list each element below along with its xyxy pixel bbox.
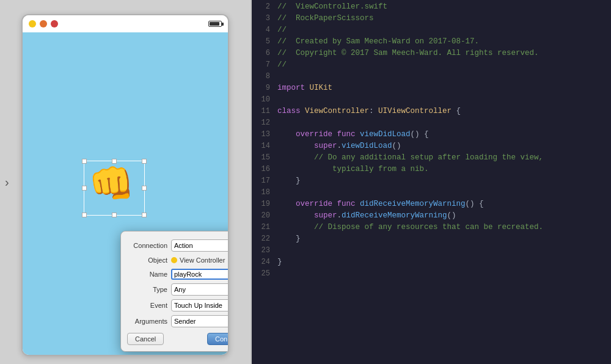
type-select[interactable]: Any ⌄: [171, 283, 229, 296]
code-line-4: //: [277, 24, 611, 36]
object-value: View Controller: [180, 257, 225, 264]
handle-tr[interactable]: [142, 159, 147, 164]
code-line-23: [277, 245, 611, 257]
dot-red: [51, 20, 58, 27]
code-line-22: }: [277, 233, 611, 245]
phone-status-bar: [23, 15, 228, 32]
handle-mr[interactable]: [142, 186, 147, 191]
phone-content: 👊 Connection Action ⌄ Object View Contro…: [23, 32, 228, 355]
code-line-16: typically from a nib.: [277, 164, 611, 175]
handle-br[interactable]: [142, 213, 147, 217]
type-row: Type Any ⌄: [121, 282, 229, 297]
arguments-label: Arguments: [127, 318, 171, 325]
dialog-buttons: Cancel Connect: [121, 329, 229, 346]
dot-yellow: [29, 20, 36, 27]
connection-label: Connection: [127, 242, 171, 249]
arguments-select[interactable]: Sender ⌄: [171, 315, 229, 327]
code-area: 2 3 4 5 6 7 8 9 10 11 12 13 14 15 16 17 …: [252, 0, 611, 364]
handle-bc[interactable]: [112, 213, 117, 217]
name-label: Name: [127, 271, 171, 278]
code-line-17: }: [277, 175, 611, 187]
name-input[interactable]: [171, 269, 229, 280]
cancel-button[interactable]: Cancel: [127, 333, 164, 345]
code-line-20: super.didReceiveMemoryWarning(): [277, 210, 611, 222]
code-line-25: [277, 268, 611, 280]
code-line-6: // Copyright © 2017 Sam Meech-Ward. All …: [277, 48, 611, 59]
battery-icon: [208, 21, 222, 27]
connect-button[interactable]: Connect: [207, 333, 229, 345]
code-line-18: [277, 187, 611, 198]
connection-select[interactable]: Action ⌄: [171, 239, 229, 252]
arguments-value: Sender: [174, 318, 196, 325]
handle-tl[interactable]: [82, 159, 87, 164]
code-line-11: class ViewController: UIViewController {: [277, 106, 611, 117]
dot-orange: [40, 20, 47, 27]
object-row: Object View Controller: [121, 253, 229, 267]
code-line-19: override func didReceiveMemoryWarning() …: [277, 198, 611, 210]
fist-emoji: 👊: [89, 166, 134, 202]
code-line-21: // Dispose of any resources that can be …: [277, 222, 611, 233]
name-row: Name: [121, 267, 229, 282]
left-arrow-icon: ›: [5, 175, 9, 189]
phone-frame: 👊 Connection Action ⌄ Object View Contro…: [21, 14, 229, 356]
code-line-9: import UIKit: [277, 82, 611, 94]
code-line-24: }: [277, 257, 611, 268]
handle-ml[interactable]: [82, 186, 87, 191]
code-line-2: // ViewController.swift: [277, 1, 611, 13]
code-line-5: // Created by Sam Meech-Ward on 2017-08-…: [277, 36, 611, 48]
event-select[interactable]: Touch Up Inside ⌄: [171, 299, 229, 311]
object-label: Object: [127, 257, 171, 264]
code-editor-panel: 2 3 4 5 6 7 8 9 10 11 12 13 14 15 16 17 …: [252, 0, 611, 364]
code-line-3: // RockPaperScissors: [277, 13, 611, 24]
code-line-13: override func viewDidLoad() {: [277, 129, 611, 140]
code-line-14: super.viewDidLoad(): [277, 140, 611, 152]
line-numbers: 2 3 4 5 6 7 8 9 10 11 12 13 14 15 16 17 …: [252, 0, 275, 364]
object-dot-icon: [171, 257, 177, 263]
handle-bl[interactable]: [82, 213, 87, 217]
arguments-row: Arguments Sender ⌄: [121, 313, 229, 329]
code-line-12: [277, 117, 611, 129]
connection-dialog: Connection Action ⌄ Object View Controll…: [120, 231, 229, 352]
code-line-10: [277, 94, 611, 106]
type-value: Any: [174, 286, 186, 293]
code-line-15: // Do any additional setup after loading…: [277, 152, 611, 164]
code-line-7: //: [277, 59, 611, 71]
simulator-panel: ›: [0, 0, 251, 364]
fist-button-selected[interactable]: 👊: [84, 161, 145, 216]
event-value: Touch Up Inside: [174, 302, 222, 309]
event-row: Event Touch Up Inside ⌄: [121, 297, 229, 313]
event-label: Event: [127, 302, 171, 309]
connection-value: Action: [174, 242, 193, 249]
type-label: Type: [127, 286, 171, 293]
connection-row: Connection Action ⌄: [121, 238, 229, 253]
code-line-8: [277, 71, 611, 82]
code-lines: // ViewController.swift // RockPaperScis…: [275, 0, 611, 364]
